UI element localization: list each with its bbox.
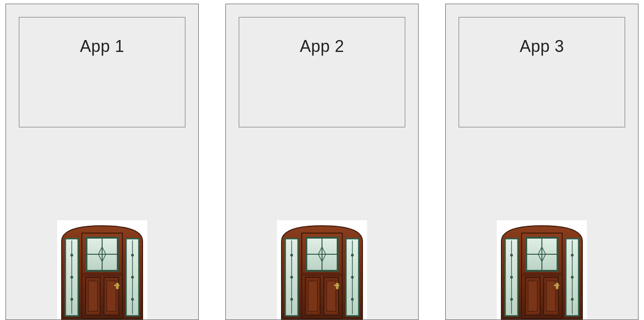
svg-point-47 [510,276,513,279]
svg-rect-21 [114,285,120,286]
svg-point-8 [131,276,134,279]
svg-point-53 [571,298,574,301]
diagram-stage: App 1 [0,0,644,320]
svg-rect-38 [308,281,317,311]
app-label-box: App 1 [19,17,185,127]
svg-point-46 [510,254,513,257]
svg-point-25 [290,276,293,279]
door-icon [277,220,367,320]
svg-point-48 [510,298,513,301]
svg-point-31 [351,298,354,301]
door-icon [57,220,147,320]
svg-rect-63 [523,273,561,276]
app-label: App 1 [80,37,125,56]
app-label-box: App 3 [459,17,625,127]
svg-point-51 [571,254,574,257]
svg-rect-19 [83,273,121,276]
svg-rect-41 [303,273,341,276]
app-panel-3: App 3 [445,4,638,320]
door-icon [497,220,587,320]
app-label: App 3 [520,37,564,56]
door-svg [280,223,364,320]
svg-point-30 [351,276,354,279]
svg-point-26 [290,298,293,301]
app-panel-2: App 2 [225,4,419,320]
svg-rect-43 [334,285,339,286]
svg-rect-16 [88,281,98,311]
svg-point-29 [351,254,354,257]
door-svg [60,223,144,320]
svg-point-3 [70,276,73,279]
svg-rect-65 [554,285,559,286]
svg-point-24 [290,254,293,257]
app-label: App 2 [300,37,345,56]
svg-point-4 [70,298,73,301]
door-svg [500,223,584,320]
svg-point-52 [571,276,574,279]
svg-point-2 [70,254,73,257]
svg-rect-60 [528,281,537,311]
app-panel-1: App 1 [6,4,199,320]
svg-point-9 [131,298,134,301]
app-label-box: App 2 [239,17,405,127]
svg-point-7 [131,254,134,257]
